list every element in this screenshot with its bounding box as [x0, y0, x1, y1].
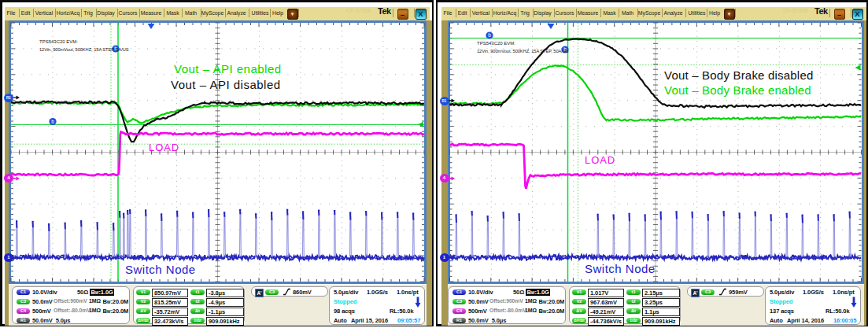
svg-text:b: b: [488, 32, 491, 38]
svg-text:b: b: [51, 119, 54, 124]
